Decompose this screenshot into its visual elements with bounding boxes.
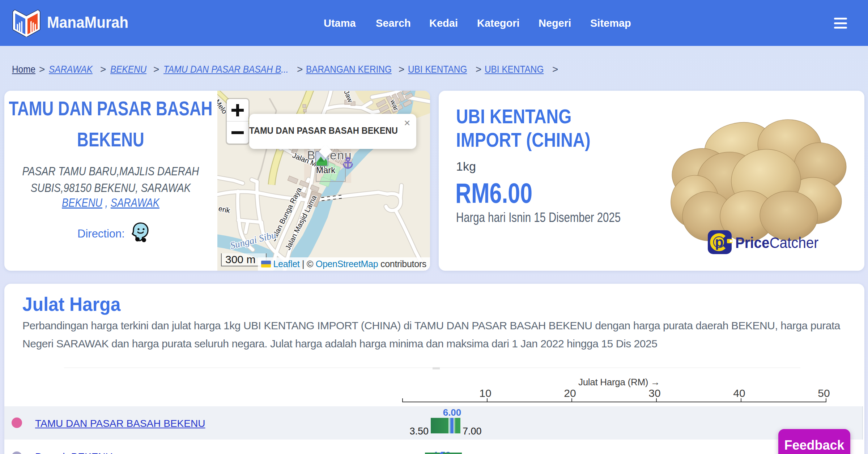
svg-text:40: 40 — [733, 387, 745, 399]
svg-text:50: 50 — [818, 387, 830, 399]
svg-text:PriceCatcher: PriceCatcher — [735, 234, 818, 251]
svg-text:20: 20 — [564, 387, 576, 399]
svg-text:30: 30 — [648, 387, 660, 399]
svg-text:10: 10 — [479, 387, 491, 399]
svg-text:p: p — [715, 235, 723, 250]
svg-text:Mark: Mark — [316, 165, 336, 175]
